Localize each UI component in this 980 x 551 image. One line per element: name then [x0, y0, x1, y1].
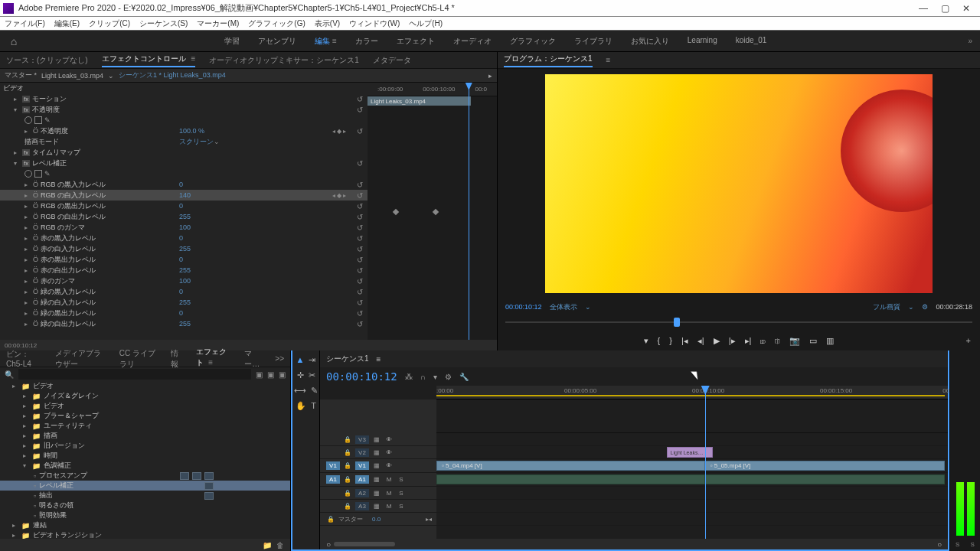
- effects-tree-item[interactable]: ▸📁ブラー＆シャープ: [0, 411, 290, 421]
- panel-tab[interactable]: >>: [275, 354, 284, 363]
- workspace-tab[interactable]: お気に入り: [631, 36, 669, 47]
- transport-controls[interactable]: ▾ { } |◂ ◂| ▶ |▸ ▸| ⎄ ⎅ 📷 ▭ ▥ +: [498, 331, 980, 350]
- effect-property-row[interactable]: ▸ÖRGB のガンマ100↺: [0, 222, 368, 233]
- zoom-dropdown[interactable]: 全体表示: [550, 302, 577, 312]
- dropdown-icon[interactable]: ⌄: [108, 72, 114, 80]
- mark-in-icon[interactable]: ▾: [644, 336, 648, 346]
- workspace-tab[interactable]: カラー: [355, 36, 378, 47]
- effect-property-row[interactable]: 描画モードスクリーン ⌄: [0, 136, 368, 147]
- step-fwd-icon[interactable]: |▸: [729, 336, 736, 346]
- track-lane[interactable]: [436, 433, 948, 446]
- effects-tree-item[interactable]: ▸📁描画: [0, 431, 290, 441]
- fx-badge-icon[interactable]: ▣: [279, 370, 286, 379]
- panel-tab[interactable]: ソース：(クリップなし): [6, 55, 88, 66]
- slip-tool-icon[interactable]: ⟷: [294, 386, 306, 396]
- source-panel-tabs[interactable]: ソース：(クリップなし)エフェクトコントロール ≡オーディオクリップミキサー：シ…: [0, 52, 497, 69]
- panel-tab[interactable]: ビン：Ch5-L4: [6, 349, 41, 368]
- effects-tree-item[interactable]: ▸📁ビデオ: [0, 381, 290, 391]
- razor-tool-icon[interactable]: ✂: [309, 370, 315, 380]
- timeline-zoom-bar[interactable]: ○○: [320, 539, 948, 549]
- effect-property-row[interactable]: ▸Ö緑の黒入力レベル0↺: [0, 286, 368, 297]
- master-clip[interactable]: Light Leaks_03.mp4: [41, 72, 103, 80]
- timeline-clip[interactable]: [705, 474, 945, 484]
- effect-property-row[interactable]: ▸fxモーション↺: [0, 93, 368, 104]
- workspace-tab[interactable]: グラフィック: [510, 36, 556, 47]
- effect-property-row[interactable]: ✎: [0, 168, 368, 179]
- fx-badge-icon[interactable]: ▣: [267, 370, 274, 379]
- type-tool-icon[interactable]: T: [311, 401, 316, 410]
- new-bin-icon[interactable]: 📁: [263, 541, 272, 549]
- program-monitor[interactable]: [498, 69, 980, 298]
- menu-item[interactable]: ヘルプ(H): [409, 18, 443, 29]
- timeline-playhead[interactable]: [705, 386, 706, 539]
- pen-tool-icon[interactable]: ✎: [311, 386, 318, 396]
- maximize-button[interactable]: ▢: [934, 1, 956, 16]
- play-icon[interactable]: ▶: [714, 336, 720, 346]
- mini-playhead[interactable]: [469, 83, 469, 340]
- track-lane[interactable]: ▫ 5_04.mp4 [V]▫ 5_05.mp4 [V]: [436, 459, 948, 473]
- effect-property-row[interactable]: ビデオ: [0, 83, 368, 93]
- program-timecode[interactable]: 00:00:10:12: [505, 303, 542, 311]
- goto-out-icon[interactable]: ▸|: [745, 336, 752, 346]
- quality-dropdown[interactable]: フル画質: [873, 302, 900, 312]
- mark-in-button[interactable]: {: [658, 336, 661, 345]
- program-tab[interactable]: プログラム：シーケンス1: [504, 54, 593, 67]
- track-header-row[interactable]: 🔒A3▦MS: [320, 500, 436, 513]
- menu-item[interactable]: クリップ(C): [89, 18, 130, 29]
- linked-selection-icon[interactable]: ∩: [420, 373, 426, 381]
- panel-tab[interactable]: 情報: [171, 348, 182, 370]
- track-header-row[interactable]: 🔒マスター0.0▸◂: [320, 513, 436, 526]
- panel-menu-icon[interactable]: ≡: [377, 355, 381, 364]
- effects-tree-item[interactable]: ▸📁旧バージョン: [0, 441, 290, 451]
- add-button-icon[interactable]: +: [966, 336, 971, 345]
- project-panel-tabs[interactable]: ビン：Ch5-L4メディアブラウザーCC ライブラリ情報エフェクト ≡マー…>>: [0, 350, 290, 367]
- panel-tab[interactable]: メタデータ: [373, 55, 411, 66]
- effects-tree-item[interactable]: ▸📁ビデオ: [0, 401, 290, 411]
- timeline-timecode[interactable]: 00:00:10:12: [326, 370, 397, 383]
- workspace-tab[interactable]: ライブラリ: [574, 36, 612, 47]
- menu-item[interactable]: ウィンドウ(W): [349, 18, 400, 29]
- effect-property-row[interactable]: ▸ÖRGB の白入力レベル140◂ ◆ ▸↺: [0, 190, 368, 201]
- hand-tool-icon[interactable]: ✋: [296, 401, 306, 411]
- effects-tree-item[interactable]: ▸📁ビデオトランジション: [0, 530, 290, 539]
- menu-item[interactable]: 表示(V): [315, 18, 340, 29]
- export-frame-icon[interactable]: 📷: [789, 336, 800, 346]
- mini-timeline-clip[interactable]: Light Leaks_03.mp4: [368, 96, 471, 106]
- effect-property-row[interactable]: ▸ÖRGB の黒出力レベル0↺: [0, 201, 368, 211]
- comparison-icon[interactable]: ▭: [809, 336, 817, 346]
- panel-tab[interactable]: オーディオクリップミキサー：シーケンス1: [209, 55, 359, 66]
- safe-margins-icon[interactable]: ▥: [826, 336, 834, 346]
- effects-tree-item[interactable]: ▫明るさの領: [0, 500, 290, 510]
- delete-icon[interactable]: 🗑: [276, 541, 284, 549]
- mark-out-button[interactable]: }: [669, 336, 672, 345]
- menu-item[interactable]: ファイル(F): [5, 18, 45, 29]
- settings-icon[interactable]: ⚙: [445, 373, 452, 381]
- track-header-row[interactable]: V1🔒V1▦👁: [320, 459, 436, 473]
- effect-property-row[interactable]: ▸Ö赤の白入力レベル255↺: [0, 243, 368, 254]
- effect-property-row[interactable]: ▸Ö緑の白出力レベル255↺: [0, 318, 368, 329]
- goto-in-icon[interactable]: |◂: [681, 336, 688, 346]
- panel-menu-icon[interactable]: ≡: [606, 56, 611, 64]
- workspace-tab[interactable]: アセンブリ: [258, 36, 296, 47]
- fx-badge-icon[interactable]: ▣: [256, 370, 263, 379]
- program-scrubbar[interactable]: [505, 315, 972, 331]
- effects-tree-item[interactable]: ▸📁時間: [0, 451, 290, 461]
- effect-property-row[interactable]: ▾fxレベル補正↺: [0, 158, 368, 168]
- workspace-tab[interactable]: 学習: [224, 36, 240, 47]
- track-body[interactable]: Light Leaks…▫ 5_04.mp4 [V]▫ 5_05.mp4 [V]: [436, 433, 948, 539]
- close-button[interactable]: ✕: [956, 1, 977, 16]
- timeline-tools[interactable]: ▲⇥ ✛✂ ⟷✎ ✋T: [292, 350, 320, 549]
- menu-bar[interactable]: ファイル(F)編集(E)クリップ(C)シーケンス(S)マーカー(M)グラフィック…: [0, 17, 980, 31]
- effect-property-row[interactable]: ▸Ö緑の黒出力レベル0↺: [0, 308, 368, 318]
- lift-icon[interactable]: ⎄: [760, 336, 766, 345]
- effects-search-input[interactable]: [18, 369, 251, 380]
- workspace-tab[interactable]: koide_01: [736, 36, 767, 47]
- track-header-row[interactable]: 🔒A2▦MS: [320, 487, 436, 500]
- panel-tab[interactable]: メディアブラウザー: [55, 348, 106, 370]
- workspace-tab[interactable]: オーディオ: [453, 36, 492, 47]
- step-back-icon[interactable]: ◂|: [697, 336, 704, 346]
- minimize-button[interactable]: —: [913, 1, 934, 16]
- effects-tree-item[interactable]: ▫抽出: [0, 491, 290, 500]
- effects-tree-item[interactable]: ▸📁ユーティリティ: [0, 421, 290, 431]
- track-lane[interactable]: [436, 500, 948, 513]
